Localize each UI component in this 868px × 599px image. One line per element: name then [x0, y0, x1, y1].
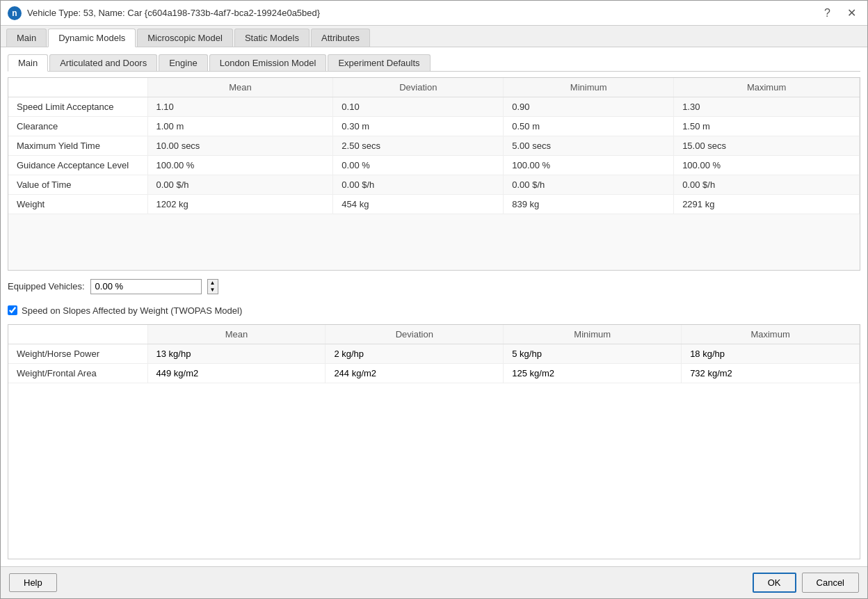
cell-weight-hp-dev[interactable]: 2 kg/hp [326, 344, 504, 363]
cell-yield-min[interactable]: 5.00 secs [504, 136, 674, 156]
table-row-spacer [8, 214, 860, 270]
cell-value-time-dev[interactable]: 0.00 $/h [333, 175, 504, 195]
cell-weight-max[interactable]: 2291 kg [674, 195, 860, 214]
cell-weight-frontal-mean[interactable]: 449 kg/m2 [147, 363, 326, 383]
cell-weight-min[interactable]: 839 kg [504, 195, 674, 214]
cell-clearance-min[interactable]: 0.50 m [504, 117, 674, 136]
tab-microscopic-model[interactable]: Microscopic Model [137, 29, 233, 47]
cell-guidance-mean[interactable]: 100.00 % [147, 156, 333, 175]
lower-col-header-deviation: Deviation [326, 325, 504, 344]
lower-col-header-mean: Mean [147, 325, 326, 344]
sub-tab-bar: Main Articulated and Doors Engine London… [8, 54, 860, 72]
title-bar-right: ? ✕ [820, 5, 860, 21]
row-label-weight-frontal[interactable]: Weight/Frontal Area [8, 363, 147, 383]
spinner-down-btn[interactable]: ▼ [208, 287, 218, 294]
ok-button[interactable]: OK [753, 573, 796, 593]
cell-clearance-dev[interactable]: 0.30 m [333, 117, 504, 136]
cell-weight-frontal-min[interactable]: 125 kg/m2 [504, 363, 682, 383]
help-icon-btn[interactable]: ? [820, 6, 835, 21]
table-row: Weight/Frontal Area 449 kg/m2 244 kg/m2 … [8, 363, 860, 383]
table-row: Weight/Horse Power 13 kg/hp 2 kg/hp 5 kg… [8, 344, 860, 363]
col-header-mean: Mean [147, 78, 333, 97]
tab-attributes[interactable]: Attributes [311, 29, 370, 47]
equipped-vehicles-spinner: ▲ ▼ [207, 279, 218, 294]
table-row: Weight 1202 kg 454 kg 839 kg 2291 kg [8, 195, 860, 214]
tab-static-models[interactable]: Static Models [234, 29, 310, 47]
cell-guidance-min[interactable]: 100.00 % [504, 156, 674, 175]
cell-guidance-dev[interactable]: 0.00 % [333, 156, 504, 175]
cell-weight-frontal-max[interactable]: 732 kg/m2 [682, 363, 860, 383]
equipped-vehicles-label: Equipped Vehicles: [8, 281, 85, 291]
row-label-weight-hp[interactable]: Weight/Horse Power [8, 344, 147, 363]
cell-weight-mean[interactable]: 1202 kg [147, 195, 333, 214]
cell-value-time-mean[interactable]: 0.00 $/h [147, 175, 333, 195]
tab-dynamic-models[interactable]: Dynamic Models [48, 29, 136, 47]
help-button[interactable]: Help [9, 573, 57, 592]
lower-col-header-empty [8, 325, 147, 344]
cancel-button[interactable]: Cancel [802, 573, 859, 593]
spinner-up-btn[interactable]: ▲ [208, 280, 218, 287]
cell-weight-dev[interactable]: 454 kg [333, 195, 504, 214]
cell-guidance-max[interactable]: 100.00 % [674, 156, 860, 175]
cell-weight-frontal-dev[interactable]: 244 kg/m2 [326, 363, 504, 383]
equipped-vehicles-input[interactable] [90, 279, 202, 294]
equipped-vehicles-row: Equipped Vehicles: ▲ ▼ [8, 276, 860, 297]
table-row: Speed Limit Acceptance 1.10 0.10 0.90 1.… [8, 97, 860, 117]
row-label-yield-time[interactable]: Maximum Yield Time [8, 136, 147, 156]
row-label-weight[interactable]: Weight [8, 195, 147, 214]
table-row: Clearance 1.00 m 0.30 m 0.50 m 1.50 m [8, 117, 860, 136]
col-header-minimum: Minimum [504, 78, 674, 97]
cell-clearance-mean[interactable]: 1.00 m [147, 117, 333, 136]
cell-speed-limit-mean[interactable]: 1.10 [147, 97, 333, 117]
cell-yield-mean[interactable]: 10.00 secs [147, 136, 333, 156]
title-bar: n Vehicle Type: 53, Name: Car {c604a198-… [1, 1, 867, 26]
cell-value-time-min[interactable]: 0.00 $/h [504, 175, 674, 195]
main-window: n Vehicle Type: 53, Name: Car {c604a198-… [0, 0, 868, 599]
footer-right: OK Cancel [753, 573, 859, 593]
lower-col-header-minimum: Minimum [504, 325, 682, 344]
row-label-value-time[interactable]: Value of Time [8, 175, 147, 195]
main-tab-bar: Main Dynamic Models Microscopic Model St… [1, 26, 867, 47]
cell-weight-hp-mean[interactable]: 13 kg/hp [147, 344, 326, 363]
upper-table: Mean Deviation Minimum Maximum Speed Lim… [8, 77, 860, 271]
title-bar-left: n Vehicle Type: 53, Name: Car {c604a198-… [8, 6, 320, 20]
row-label-speed-limit[interactable]: Speed Limit Acceptance [8, 97, 147, 117]
sub-tab-london-emission[interactable]: London Emission Model [209, 54, 327, 71]
cell-value-time-max[interactable]: 0.00 $/h [674, 175, 860, 195]
twopas-label: Speed on Slopes Affected by Weight (TWOP… [22, 305, 242, 316]
col-header-deviation: Deviation [333, 78, 504, 97]
cell-clearance-max[interactable]: 1.50 m [674, 117, 860, 136]
content-area: Main Articulated and Doors Engine London… [1, 47, 867, 566]
cell-yield-dev[interactable]: 2.50 secs [333, 136, 504, 156]
cell-speed-limit-dev[interactable]: 0.10 [333, 97, 504, 117]
table-row: Value of Time 0.00 $/h 0.00 $/h 0.00 $/h… [8, 175, 860, 195]
tab-main[interactable]: Main [6, 29, 47, 47]
sub-tab-main[interactable]: Main [8, 54, 48, 72]
cell-weight-hp-min[interactable]: 5 kg/hp [504, 344, 682, 363]
table-row: Guidance Acceptance Level 100.00 % 0.00 … [8, 156, 860, 175]
lower-table-section: Mean Deviation Minimum Maximum Weight/Ho… [8, 324, 860, 560]
sub-tab-articulated-doors[interactable]: Articulated and Doors [49, 54, 157, 71]
lower-col-header-maximum: Maximum [682, 325, 860, 344]
cell-speed-limit-min[interactable]: 0.90 [504, 97, 674, 117]
col-header-maximum: Maximum [674, 78, 860, 97]
col-header-empty [8, 78, 147, 97]
twopas-checkbox[interactable] [8, 305, 17, 315]
close-button[interactable]: ✕ [843, 5, 860, 21]
row-label-guidance[interactable]: Guidance Acceptance Level [8, 156, 147, 175]
table-row: Maximum Yield Time 10.00 secs 2.50 secs … [8, 136, 860, 156]
sub-tab-experiment-defaults[interactable]: Experiment Defaults [328, 54, 430, 71]
row-label-clearance[interactable]: Clearance [8, 117, 147, 136]
window-title: Vehicle Type: 53, Name: Car {c604a198-73… [27, 8, 320, 18]
app-icon: n [8, 6, 22, 20]
checkbox-row: Speed on Slopes Affected by Weight (TWOP… [8, 303, 860, 319]
lower-table: Mean Deviation Minimum Maximum Weight/Ho… [8, 324, 860, 560]
cell-weight-hp-max[interactable]: 18 kg/hp [682, 344, 860, 363]
sub-tab-engine[interactable]: Engine [159, 54, 207, 71]
cell-yield-max[interactable]: 15.00 secs [674, 136, 860, 156]
footer-bar: Help OK Cancel [1, 566, 867, 598]
cell-speed-limit-max[interactable]: 1.30 [674, 97, 860, 117]
